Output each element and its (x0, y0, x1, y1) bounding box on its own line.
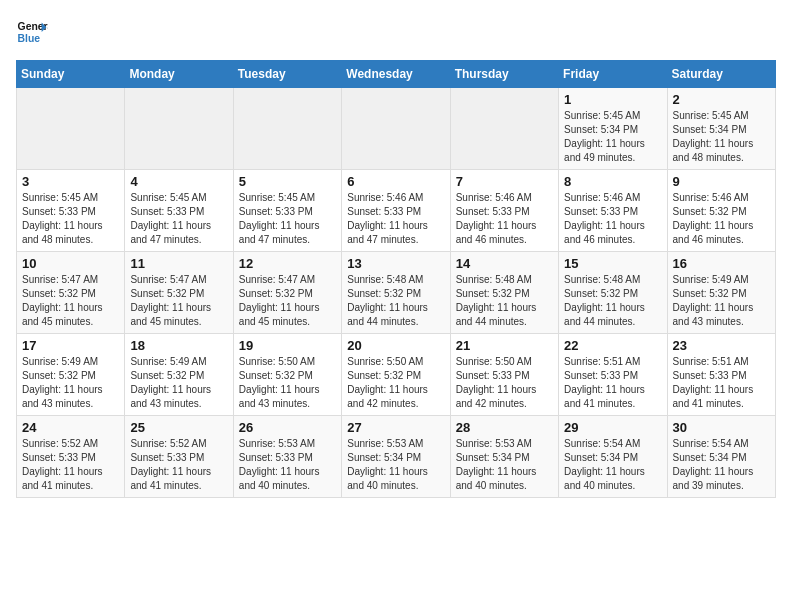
calendar-cell: 6Sunrise: 5:46 AM Sunset: 5:33 PM Daylig… (342, 170, 450, 252)
day-info: Sunrise: 5:45 AM Sunset: 5:34 PM Dayligh… (564, 109, 661, 165)
calendar-cell: 29Sunrise: 5:54 AM Sunset: 5:34 PM Dayli… (559, 416, 667, 498)
calendar-cell: 10Sunrise: 5:47 AM Sunset: 5:32 PM Dayli… (17, 252, 125, 334)
calendar-cell: 15Sunrise: 5:48 AM Sunset: 5:32 PM Dayli… (559, 252, 667, 334)
calendar-cell: 5Sunrise: 5:45 AM Sunset: 5:33 PM Daylig… (233, 170, 341, 252)
calendar-cell: 11Sunrise: 5:47 AM Sunset: 5:32 PM Dayli… (125, 252, 233, 334)
day-number: 26 (239, 420, 336, 435)
day-number: 30 (673, 420, 770, 435)
day-number: 21 (456, 338, 553, 353)
logo: General Blue (16, 16, 48, 48)
day-info: Sunrise: 5:47 AM Sunset: 5:32 PM Dayligh… (239, 273, 336, 329)
header-day-wednesday: Wednesday (342, 61, 450, 88)
calendar-cell: 26Sunrise: 5:53 AM Sunset: 5:33 PM Dayli… (233, 416, 341, 498)
day-info: Sunrise: 5:47 AM Sunset: 5:32 PM Dayligh… (130, 273, 227, 329)
calendar-cell: 30Sunrise: 5:54 AM Sunset: 5:34 PM Dayli… (667, 416, 775, 498)
day-info: Sunrise: 5:47 AM Sunset: 5:32 PM Dayligh… (22, 273, 119, 329)
day-number: 9 (673, 174, 770, 189)
day-info: Sunrise: 5:51 AM Sunset: 5:33 PM Dayligh… (673, 355, 770, 411)
calendar-cell: 20Sunrise: 5:50 AM Sunset: 5:32 PM Dayli… (342, 334, 450, 416)
day-info: Sunrise: 5:46 AM Sunset: 5:33 PM Dayligh… (347, 191, 444, 247)
header-day-tuesday: Tuesday (233, 61, 341, 88)
calendar-cell (17, 88, 125, 170)
calendar-cell: 25Sunrise: 5:52 AM Sunset: 5:33 PM Dayli… (125, 416, 233, 498)
day-info: Sunrise: 5:53 AM Sunset: 5:34 PM Dayligh… (347, 437, 444, 493)
calendar-cell: 28Sunrise: 5:53 AM Sunset: 5:34 PM Dayli… (450, 416, 558, 498)
calendar-week-3: 10Sunrise: 5:47 AM Sunset: 5:32 PM Dayli… (17, 252, 776, 334)
day-info: Sunrise: 5:54 AM Sunset: 5:34 PM Dayligh… (564, 437, 661, 493)
day-info: Sunrise: 5:50 AM Sunset: 5:32 PM Dayligh… (347, 355, 444, 411)
calendar-cell: 4Sunrise: 5:45 AM Sunset: 5:33 PM Daylig… (125, 170, 233, 252)
calendar-cell (342, 88, 450, 170)
header-day-saturday: Saturday (667, 61, 775, 88)
calendar-table: SundayMondayTuesdayWednesdayThursdayFrid… (16, 60, 776, 498)
day-number: 7 (456, 174, 553, 189)
svg-text:Blue: Blue (18, 33, 41, 44)
calendar-cell: 19Sunrise: 5:50 AM Sunset: 5:32 PM Dayli… (233, 334, 341, 416)
day-number: 14 (456, 256, 553, 271)
day-number: 18 (130, 338, 227, 353)
calendar-cell: 18Sunrise: 5:49 AM Sunset: 5:32 PM Dayli… (125, 334, 233, 416)
header-day-monday: Monday (125, 61, 233, 88)
header-day-thursday: Thursday (450, 61, 558, 88)
calendar-cell: 23Sunrise: 5:51 AM Sunset: 5:33 PM Dayli… (667, 334, 775, 416)
day-info: Sunrise: 5:49 AM Sunset: 5:32 PM Dayligh… (130, 355, 227, 411)
day-info: Sunrise: 5:51 AM Sunset: 5:33 PM Dayligh… (564, 355, 661, 411)
calendar-cell: 16Sunrise: 5:49 AM Sunset: 5:32 PM Dayli… (667, 252, 775, 334)
calendar-body: 1Sunrise: 5:45 AM Sunset: 5:34 PM Daylig… (17, 88, 776, 498)
day-number: 16 (673, 256, 770, 271)
day-info: Sunrise: 5:46 AM Sunset: 5:33 PM Dayligh… (456, 191, 553, 247)
day-info: Sunrise: 5:45 AM Sunset: 5:33 PM Dayligh… (22, 191, 119, 247)
day-number: 19 (239, 338, 336, 353)
day-info: Sunrise: 5:48 AM Sunset: 5:32 PM Dayligh… (456, 273, 553, 329)
calendar-cell (125, 88, 233, 170)
day-number: 10 (22, 256, 119, 271)
header-day-sunday: Sunday (17, 61, 125, 88)
calendar-cell (450, 88, 558, 170)
day-number: 8 (564, 174, 661, 189)
day-number: 15 (564, 256, 661, 271)
calendar-cell: 24Sunrise: 5:52 AM Sunset: 5:33 PM Dayli… (17, 416, 125, 498)
day-info: Sunrise: 5:54 AM Sunset: 5:34 PM Dayligh… (673, 437, 770, 493)
calendar-cell: 9Sunrise: 5:46 AM Sunset: 5:32 PM Daylig… (667, 170, 775, 252)
calendar-cell: 2Sunrise: 5:45 AM Sunset: 5:34 PM Daylig… (667, 88, 775, 170)
calendar-week-5: 24Sunrise: 5:52 AM Sunset: 5:33 PM Dayli… (17, 416, 776, 498)
day-number: 6 (347, 174, 444, 189)
calendar-cell: 13Sunrise: 5:48 AM Sunset: 5:32 PM Dayli… (342, 252, 450, 334)
day-info: Sunrise: 5:46 AM Sunset: 5:32 PM Dayligh… (673, 191, 770, 247)
calendar-cell: 8Sunrise: 5:46 AM Sunset: 5:33 PM Daylig… (559, 170, 667, 252)
day-info: Sunrise: 5:49 AM Sunset: 5:32 PM Dayligh… (673, 273, 770, 329)
day-info: Sunrise: 5:49 AM Sunset: 5:32 PM Dayligh… (22, 355, 119, 411)
calendar-cell: 17Sunrise: 5:49 AM Sunset: 5:32 PM Dayli… (17, 334, 125, 416)
calendar-week-2: 3Sunrise: 5:45 AM Sunset: 5:33 PM Daylig… (17, 170, 776, 252)
day-info: Sunrise: 5:50 AM Sunset: 5:32 PM Dayligh… (239, 355, 336, 411)
day-number: 5 (239, 174, 336, 189)
day-info: Sunrise: 5:45 AM Sunset: 5:33 PM Dayligh… (130, 191, 227, 247)
day-number: 22 (564, 338, 661, 353)
calendar-cell: 3Sunrise: 5:45 AM Sunset: 5:33 PM Daylig… (17, 170, 125, 252)
day-info: Sunrise: 5:50 AM Sunset: 5:33 PM Dayligh… (456, 355, 553, 411)
header-day-friday: Friday (559, 61, 667, 88)
day-info: Sunrise: 5:52 AM Sunset: 5:33 PM Dayligh… (22, 437, 119, 493)
day-number: 23 (673, 338, 770, 353)
day-number: 25 (130, 420, 227, 435)
day-info: Sunrise: 5:45 AM Sunset: 5:34 PM Dayligh… (673, 109, 770, 165)
calendar-cell: 22Sunrise: 5:51 AM Sunset: 5:33 PM Dayli… (559, 334, 667, 416)
calendar-cell: 7Sunrise: 5:46 AM Sunset: 5:33 PM Daylig… (450, 170, 558, 252)
day-info: Sunrise: 5:45 AM Sunset: 5:33 PM Dayligh… (239, 191, 336, 247)
day-number: 20 (347, 338, 444, 353)
day-number: 4 (130, 174, 227, 189)
day-number: 2 (673, 92, 770, 107)
calendar-cell: 14Sunrise: 5:48 AM Sunset: 5:32 PM Dayli… (450, 252, 558, 334)
calendar-cell: 12Sunrise: 5:47 AM Sunset: 5:32 PM Dayli… (233, 252, 341, 334)
calendar-cell: 1Sunrise: 5:45 AM Sunset: 5:34 PM Daylig… (559, 88, 667, 170)
page-header: General Blue (16, 16, 776, 48)
logo-icon: General Blue (16, 16, 48, 48)
day-number: 27 (347, 420, 444, 435)
day-info: Sunrise: 5:53 AM Sunset: 5:34 PM Dayligh… (456, 437, 553, 493)
calendar-cell: 27Sunrise: 5:53 AM Sunset: 5:34 PM Dayli… (342, 416, 450, 498)
day-number: 12 (239, 256, 336, 271)
calendar-cell (233, 88, 341, 170)
day-number: 24 (22, 420, 119, 435)
day-info: Sunrise: 5:52 AM Sunset: 5:33 PM Dayligh… (130, 437, 227, 493)
day-info: Sunrise: 5:48 AM Sunset: 5:32 PM Dayligh… (347, 273, 444, 329)
